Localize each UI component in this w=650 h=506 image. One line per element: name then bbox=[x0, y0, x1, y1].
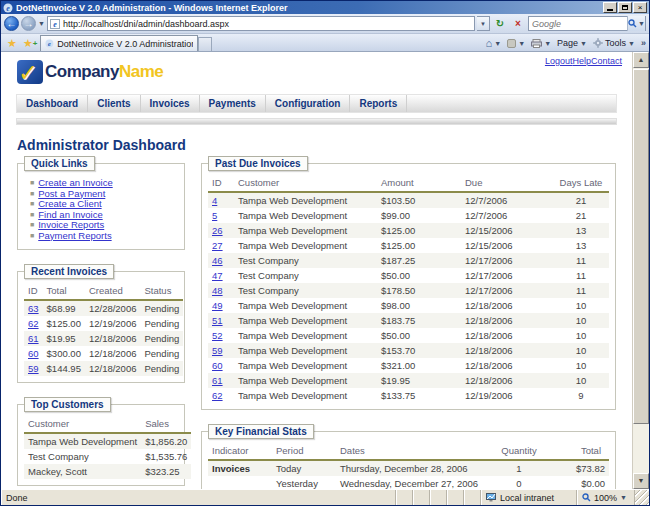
invoice-id-link[interactable]: 46 bbox=[212, 255, 223, 266]
command-bar: ⌂▼ ▼ ▼ Page▼ Tools▼ » bbox=[212, 37, 646, 51]
quick-link-item: ■Payment Reports bbox=[30, 231, 176, 242]
column-header-id: ID bbox=[208, 174, 234, 192]
table-row: 26 Tampa Web Development $125.00 12/15/2… bbox=[208, 223, 609, 238]
cell-days-late: 21 bbox=[553, 208, 609, 223]
utility-link[interactable]: Logout bbox=[545, 56, 573, 66]
nav-item[interactable]: Reports bbox=[350, 95, 407, 112]
add-favorite-icon[interactable]: ★+ bbox=[20, 36, 41, 51]
invoice-id-link[interactable]: 52 bbox=[212, 330, 223, 341]
table-row: 62 $125.00 12/19/2006 Pending bbox=[24, 316, 183, 331]
new-tab-stub[interactable] bbox=[198, 37, 212, 51]
table-row: 62 Tampa Web Development $133.75 12/19/2… bbox=[208, 388, 609, 403]
quick-link[interactable]: Post a Payment bbox=[38, 188, 105, 199]
resize-grip[interactable] bbox=[635, 490, 649, 505]
address-bar[interactable]: e bbox=[47, 16, 475, 31]
table-row: 61 $19.95 12/18/2006 Pending bbox=[24, 331, 183, 346]
back-button[interactable]: ← bbox=[4, 16, 19, 31]
history-dropdown-icon[interactable]: ▼ bbox=[38, 20, 45, 27]
invoice-id-link[interactable]: 49 bbox=[212, 300, 223, 311]
search-button[interactable]: ▼ bbox=[627, 16, 645, 31]
nav-item[interactable]: Clients bbox=[88, 95, 140, 112]
cell-status: Pending bbox=[140, 331, 183, 346]
cell-customer: Tampa Web Development bbox=[234, 298, 377, 313]
invoice-id-link[interactable]: 61 bbox=[28, 333, 39, 344]
home-icon: ⌂ bbox=[486, 37, 493, 49]
invoice-id-link[interactable]: 27 bbox=[212, 240, 223, 251]
cell-due: 12/15/2006 bbox=[461, 238, 553, 253]
quick-link[interactable]: Create an Invoice bbox=[38, 177, 112, 188]
toolbar-overflow-icon[interactable]: » bbox=[641, 38, 646, 48]
nav-item[interactable]: Payments bbox=[200, 95, 266, 112]
nav-item[interactable]: Configuration bbox=[266, 95, 351, 112]
feeds-button[interactable]: ▼ bbox=[507, 39, 525, 48]
forward-button[interactable]: → bbox=[21, 16, 36, 31]
invoice-id-link[interactable]: 63 bbox=[28, 303, 39, 314]
bullet-icon: ■ bbox=[30, 179, 34, 186]
invoice-id-link[interactable]: 5 bbox=[212, 210, 217, 221]
security-zone-indicator: Local intranet bbox=[481, 490, 577, 505]
cell-created: 12/19/2006 bbox=[85, 316, 141, 331]
column-header-status: Status bbox=[140, 282, 183, 300]
column-header-amount: Amount bbox=[377, 174, 461, 192]
quick-link[interactable]: Create a Client bbox=[38, 198, 101, 209]
svg-text:e: e bbox=[6, 4, 10, 13]
page-menu-button[interactable]: Page▼ bbox=[557, 38, 587, 48]
zoom-control[interactable]: 100% ▼ bbox=[577, 490, 635, 505]
address-dropdown-button[interactable]: ▼ bbox=[477, 16, 490, 31]
invoice-id-link[interactable]: 26 bbox=[212, 225, 223, 236]
restore-button[interactable] bbox=[618, 2, 632, 13]
table-row: 27 Tampa Web Development $125.00 12/15/2… bbox=[208, 238, 609, 253]
search-input[interactable] bbox=[529, 19, 627, 29]
scrollbar-thumb[interactable] bbox=[633, 69, 649, 424]
invoice-id-link[interactable]: 51 bbox=[212, 315, 223, 326]
vertical-scrollbar[interactable]: ▲ ▼ bbox=[632, 52, 649, 489]
invoice-id-link[interactable]: 61 bbox=[212, 375, 223, 386]
zoom-dropdown-icon[interactable]: ▼ bbox=[620, 494, 627, 501]
scrollbar-track[interactable] bbox=[633, 424, 649, 473]
search-options-icon[interactable]: ▼ bbox=[638, 20, 645, 27]
browser-tab[interactable]: e DotNetInvoice V 2.0 Administration bbox=[40, 35, 198, 51]
search-box[interactable]: ▼ bbox=[528, 16, 646, 31]
invoice-id-link[interactable]: 62 bbox=[28, 318, 39, 329]
utility-link[interactable]: Contact bbox=[591, 56, 622, 66]
address-input[interactable] bbox=[63, 19, 472, 29]
invoice-id-link[interactable]: 4 bbox=[212, 195, 217, 206]
quick-link[interactable]: Invoice Reports bbox=[38, 219, 104, 230]
tools-menu-button[interactable]: Tools▼ bbox=[593, 38, 635, 48]
svg-text:e: e bbox=[53, 20, 57, 29]
print-button[interactable]: ▼ bbox=[531, 39, 551, 48]
invoice-id-link[interactable]: 60 bbox=[212, 360, 223, 371]
minimize-button[interactable] bbox=[603, 2, 617, 13]
refresh-button[interactable]: ↻ bbox=[492, 16, 508, 32]
cell-due: 12/18/2006 bbox=[461, 313, 553, 328]
close-button[interactable]: × bbox=[633, 2, 647, 13]
quick-link[interactable]: Payment Reports bbox=[38, 230, 111, 241]
invoice-id-link[interactable]: 62 bbox=[212, 390, 223, 401]
scroll-down-icon[interactable]: ▼ bbox=[633, 473, 649, 489]
cell-customer: Mackey, Scott bbox=[24, 464, 141, 479]
table-row: Tampa Web Development $1,856.20 bbox=[24, 433, 191, 449]
cell-indicator bbox=[208, 476, 272, 489]
cell-days-late: 9 bbox=[553, 388, 609, 403]
past-due-invoices-title: Past Due Invoices bbox=[208, 156, 308, 171]
intranet-icon bbox=[486, 493, 497, 502]
invoice-id-link[interactable]: 59 bbox=[28, 363, 39, 374]
home-button[interactable]: ⌂▼ bbox=[486, 37, 502, 49]
cell-due: 12/18/2006 bbox=[461, 298, 553, 313]
invoice-id-link[interactable]: 59 bbox=[212, 345, 223, 356]
quick-link[interactable]: Find an Invoice bbox=[38, 209, 102, 220]
address-toolbar: ← → ▼ e ▼ ↻ × ▼ bbox=[1, 14, 649, 34]
window-title: DotNetInvoice V 2.0 Administration - Win… bbox=[16, 3, 602, 13]
status-bar: Done Local intranet 100% ▼ bbox=[1, 489, 649, 505]
invoice-id-link[interactable]: 48 bbox=[212, 285, 223, 296]
favorites-center-icon[interactable]: ★ bbox=[4, 36, 20, 51]
nav-item[interactable]: Dashboard bbox=[17, 95, 88, 112]
stop-button[interactable]: × bbox=[510, 16, 526, 32]
column-header-sales: Sales bbox=[141, 415, 191, 433]
nav-item[interactable]: Invoices bbox=[141, 95, 200, 112]
invoice-id-link[interactable]: 60 bbox=[28, 348, 39, 359]
invoice-id-link[interactable]: 47 bbox=[212, 270, 223, 281]
scroll-up-icon[interactable]: ▲ bbox=[633, 52, 649, 68]
table-row: 46 Test Company $187.25 12/17/2006 11 bbox=[208, 253, 609, 268]
utility-link[interactable]: Help bbox=[572, 56, 591, 66]
